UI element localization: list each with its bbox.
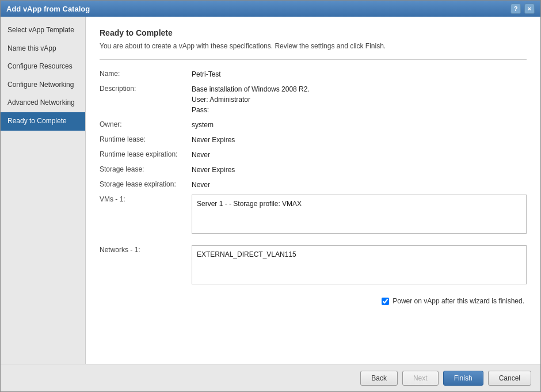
sidebar-item-select-vapp-template[interactable]: Select vApp Template xyxy=(1,21,85,40)
vms-textbox: Server 1 - - Storage profile: VMAX xyxy=(192,195,527,234)
sidebar-item-ready-to-complete[interactable]: Ready to Complete xyxy=(1,112,85,131)
field-vms: VMs - 1: Server 1 - - Storage profile: V… xyxy=(100,195,527,241)
dialog-title: Add vApp from Catalog xyxy=(6,5,90,13)
field-value-runtime-lease-expiration: Never xyxy=(192,150,527,160)
field-storage-lease: Storage lease: Never Expires xyxy=(100,165,527,175)
field-value-runtime-lease: Never Expires xyxy=(192,135,527,145)
help-button[interactable]: ? xyxy=(510,3,521,14)
field-label-name: Name: xyxy=(100,69,192,78)
power-on-label[interactable]: Power on vApp after this wizard is finis… xyxy=(393,297,524,305)
close-button[interactable]: × xyxy=(524,3,535,14)
field-label-description: Description: xyxy=(100,84,192,93)
field-value-description: Base installation of Windows 2008 R2. Us… xyxy=(192,84,527,115)
section-title: Ready to Complete xyxy=(100,28,527,37)
sidebar-item-name-this-vapp[interactable]: Name this vApp xyxy=(1,40,85,58)
section-desc: You are about to create a vApp with thes… xyxy=(100,42,527,50)
field-value-vms: Server 1 - - Storage profile: VMAX xyxy=(192,195,527,241)
networks-textbox: EXTERNAL_DIRECT_VLAN115 xyxy=(192,245,527,284)
field-label-runtime-lease: Runtime lease: xyxy=(100,135,192,143)
sidebar-item-configure-resources[interactable]: Configure Resources xyxy=(1,58,85,76)
field-storage-lease-expiration: Storage lease expiration: Never xyxy=(100,180,527,190)
field-description: Description: Base installation of Window… xyxy=(100,84,527,115)
field-value-networks: EXTERNAL_DIRECT_VLAN115 xyxy=(192,245,527,291)
back-button[interactable]: Back xyxy=(360,371,398,386)
sidebar-item-configure-networking[interactable]: Configure Networking xyxy=(1,76,85,94)
field-networks: Networks - 1: EXTERNAL_DIRECT_VLAN115 xyxy=(100,245,527,291)
field-value-storage-lease-expiration: Never xyxy=(192,180,527,190)
dialog-footer: Back Next Finish Cancel xyxy=(1,364,540,391)
power-on-checkbox[interactable] xyxy=(382,298,389,305)
main-content: Ready to Complete You are about to creat… xyxy=(86,17,540,364)
sidebar: Select vApp Template Name this vApp Conf… xyxy=(1,17,86,364)
field-runtime-lease: Runtime lease: Never Expires xyxy=(100,135,527,145)
dialog-body: Select vApp Template Name this vApp Conf… xyxy=(1,17,540,364)
finish-button[interactable]: Finish xyxy=(443,371,483,386)
cancel-button[interactable]: Cancel xyxy=(488,371,531,386)
field-owner: Owner: system xyxy=(100,120,527,130)
field-label-storage-lease: Storage lease: xyxy=(100,165,192,173)
title-bar-buttons: ? × xyxy=(510,3,535,14)
field-runtime-lease-expiration: Runtime lease expiration: Never xyxy=(100,150,527,160)
field-label-owner: Owner: xyxy=(100,120,192,128)
sidebar-item-advanced-networking[interactable]: Advanced Networking xyxy=(1,94,85,112)
field-label-runtime-lease-expiration: Runtime lease expiration: xyxy=(100,150,192,158)
field-label-storage-lease-expiration: Storage lease expiration: xyxy=(100,180,192,188)
field-name: Name: Petri-Test xyxy=(100,69,527,79)
power-on-checkbox-row: Power on vApp after this wizard is finis… xyxy=(100,297,527,305)
field-value-name: Petri-Test xyxy=(192,69,527,79)
title-bar: Add vApp from Catalog ? × xyxy=(1,1,540,17)
next-button[interactable]: Next xyxy=(402,371,439,386)
field-label-networks: Networks - 1: xyxy=(100,245,192,254)
field-label-vms: VMs - 1: xyxy=(100,195,192,203)
field-value-owner: system xyxy=(192,120,527,130)
add-vapp-dialog: Add vApp from Catalog ? × Select vApp Te… xyxy=(0,0,541,392)
divider xyxy=(100,59,527,60)
field-value-storage-lease: Never Expires xyxy=(192,165,527,175)
